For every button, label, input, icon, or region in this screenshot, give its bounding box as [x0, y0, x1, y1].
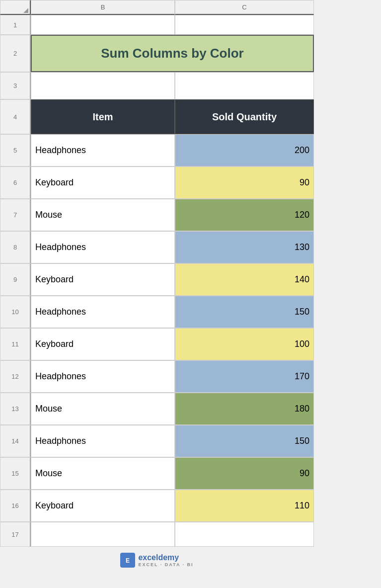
cell-b8: Headphones — [31, 231, 175, 263]
cell-c14: 150 — [175, 425, 314, 457]
title-cell: Sum Columns by Color — [31, 35, 314, 72]
row-num-1: 1 — [0, 15, 31, 35]
cell-b9: Keyboard — [31, 263, 175, 296]
cell-c10: 150 — [175, 296, 314, 328]
header-qty: Sold Quantity — [175, 99, 314, 134]
cell-b10: Headphones — [31, 296, 175, 328]
header-item: Item — [31, 99, 175, 134]
row-num-2: 2 — [0, 35, 31, 72]
cell-b1 — [31, 15, 175, 35]
corner-triangle — [23, 8, 28, 13]
row-num-9: 9 — [0, 263, 31, 296]
cell-b13: Mouse — [31, 393, 175, 425]
cell-c15: 90 — [175, 457, 314, 490]
row-num-16: 16 — [0, 490, 31, 522]
cell-c12: 170 — [175, 360, 314, 393]
svg-text:E: E — [126, 557, 130, 564]
cell-b12: Headphones — [31, 360, 175, 393]
row-num-4: 4 — [0, 99, 31, 134]
row-num-8: 8 — [0, 231, 31, 263]
col-header-b: B — [31, 0, 175, 15]
row-num-7: 7 — [0, 199, 31, 231]
row-num-17: 17 — [0, 522, 31, 547]
logo-icon: E — [120, 553, 135, 568]
cell-b3 — [31, 72, 175, 99]
cell-b17 — [31, 522, 175, 547]
row-num-15: 15 — [0, 457, 31, 490]
cell-c5: 200 — [175, 134, 314, 167]
cell-c13: 180 — [175, 393, 314, 425]
row-num-5: 5 — [0, 134, 31, 167]
row-num-3: 3 — [0, 72, 31, 99]
cell-b5: Headphones — [31, 134, 175, 167]
footer: E exceldemy EXCEL · DATA · BI — [0, 547, 314, 574]
cell-b6: Keyboard — [31, 167, 175, 199]
spreadsheet: B C 1 2 Sum Columns by Color 3 4 Item So… — [0, 0, 381, 588]
row-num-14: 14 — [0, 425, 31, 457]
cell-c16: 110 — [175, 490, 314, 522]
row-num-12: 12 — [0, 360, 31, 393]
cell-c11: 100 — [175, 328, 314, 360]
cell-c8: 130 — [175, 231, 314, 263]
exceldemy-logo: E exceldemy EXCEL · DATA · BI — [120, 553, 193, 568]
col-header-c: C — [175, 0, 314, 15]
row-num-13: 13 — [0, 393, 31, 425]
cell-b11: Keyboard — [31, 328, 175, 360]
cell-c7: 120 — [175, 199, 314, 231]
cell-c3 — [175, 72, 314, 99]
cell-b15: Mouse — [31, 457, 175, 490]
row-num-11: 11 — [0, 328, 31, 360]
cell-b7: Mouse — [31, 199, 175, 231]
cell-b14: Headphones — [31, 425, 175, 457]
cell-c9: 140 — [175, 263, 314, 296]
cell-b16: Keyboard — [31, 490, 175, 522]
row-num-6: 6 — [0, 167, 31, 199]
corner-header — [0, 0, 31, 15]
cell-c6: 90 — [175, 167, 314, 199]
cell-c17 — [175, 522, 314, 547]
row-num-10: 10 — [0, 296, 31, 328]
cell-c1 — [175, 15, 314, 35]
